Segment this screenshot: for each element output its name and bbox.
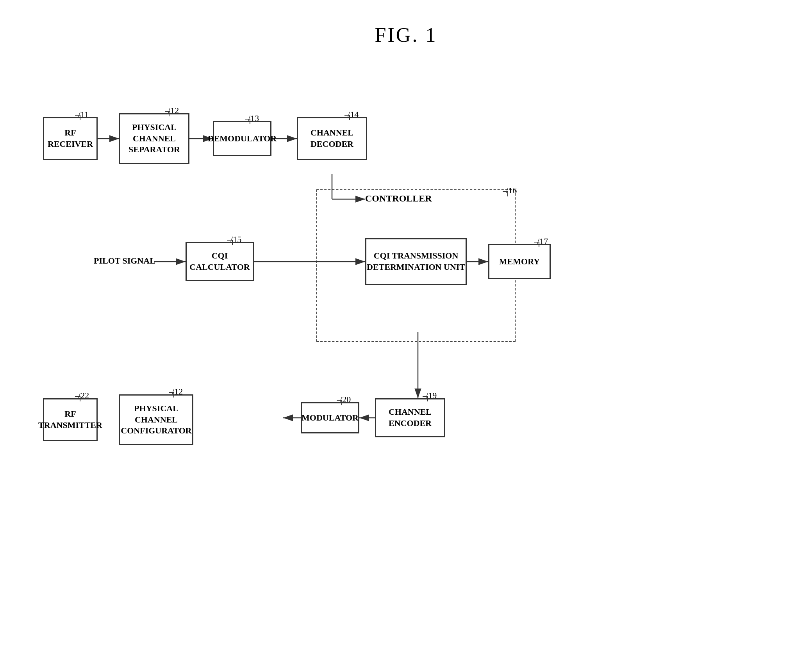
modulator-block: MODULATOR (301, 402, 359, 433)
ref-11: /11 (78, 109, 89, 119)
physical-channel-separator-block: PHYSICALCHANNELSEPARATOR (119, 113, 189, 164)
cqi-calculator-block: CQICALCULATOR (186, 242, 254, 281)
diagram: CONTROLLER /16 RFRECEIVER /11 PHYSICALCH… (31, 78, 781, 625)
ref-12-top: /12 (168, 105, 179, 116)
pilot-signal-label: PILOT SIGNAL (94, 256, 155, 266)
demodulator-block: DEMODULATOR (213, 121, 271, 156)
physical-channel-configurator-block: PHYSICALCHANNELCONFIGURATOR (119, 394, 193, 445)
channel-encoder-block: CHANNELENCODER (375, 398, 445, 437)
controller-label: CONTROLLER (365, 193, 432, 204)
channel-decoder-block: CHANNELDECODER (297, 117, 367, 160)
ref-12-bottom: /12 (172, 387, 183, 397)
rf-receiver-block: RFRECEIVER (43, 117, 98, 160)
rf-transmitter-block: RFTRANSMITTER (43, 398, 98, 441)
ref-13: /13 (248, 113, 259, 123)
memory-block: MEMORY (488, 244, 551, 279)
ref-15: /15 (230, 234, 241, 244)
ref-22: /22 (78, 390, 89, 401)
ref-20: /20 (340, 394, 351, 405)
ref-16: /16 (506, 185, 517, 196)
cqi-transmission-block: CQI TRANSMISSIONDETERMINATION UNIT (365, 238, 467, 285)
page-title: FIG. 1 (375, 23, 437, 46)
ref-17: /17 (537, 236, 548, 246)
ref-14: /14 (348, 109, 359, 119)
ref-19: /19 (426, 390, 437, 401)
